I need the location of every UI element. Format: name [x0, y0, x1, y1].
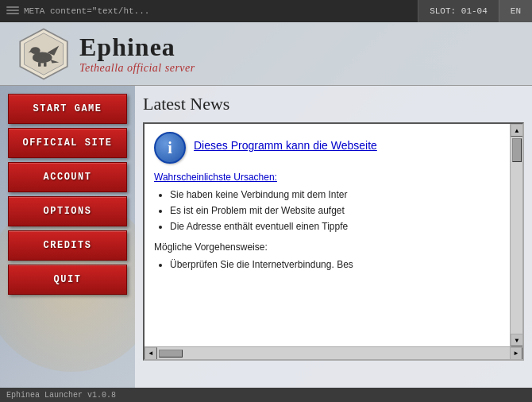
- quit-button[interactable]: QUIT: [8, 265, 127, 295]
- h-scroll-thumb[interactable]: [159, 350, 183, 358]
- logo-hex-icon: [16, 26, 71, 82]
- account-button[interactable]: ACCOUNT: [8, 162, 127, 192]
- ursachen-list: Sie haben keine Verbindung mit dem Inter…: [154, 187, 505, 234]
- status-text: Ephinea Launcher v1.0.8: [6, 391, 116, 400]
- svg-rect-8: [44, 62, 47, 66]
- horizontal-scrollbar[interactable]: ◄ ►: [145, 346, 522, 359]
- content-area: Latest News i Dieses Programm kann die W…: [135, 86, 532, 388]
- ursachen-item-3: Die Adresse enthält eventuell einen Tipp…: [170, 219, 505, 234]
- top-bar: META content="text/ht... SLOT: 01-04 EN: [0, 0, 532, 22]
- logo-name: Ephinea: [79, 33, 195, 62]
- news-text-body: Wahrscheinlichste Ursachen: Sie haben ke…: [154, 170, 505, 272]
- scroll-thumb[interactable]: [512, 138, 522, 162]
- ursachen-item-2: Es ist ein Problem mit der Website aufge…: [170, 203, 505, 218]
- window-icon: [6, 6, 19, 16]
- ursachen-item-1: Sie haben keine Verbindung mit dem Inter: [170, 187, 505, 202]
- vorgehensweise-header: Mögliche Vorgehensweise:: [154, 240, 505, 254]
- ursachen-header: Wahrscheinlichste Ursachen:: [154, 172, 277, 183]
- vertical-scrollbar[interactable]: ▲ ▼: [510, 124, 522, 346]
- top-bar-right: SLOT: 01-04 EN: [418, 0, 532, 22]
- vorgehensweise-item-1: Überprüfen Sie die Internetverbindung. B…: [170, 257, 505, 272]
- scroll-right-button[interactable]: ►: [510, 347, 522, 360]
- slot-label[interactable]: SLOT: 01-04: [418, 0, 499, 22]
- svg-point-3: [30, 47, 40, 54]
- news-content: i Dieses Programm kann die Webseite Wahr…: [145, 124, 522, 346]
- main-area: Ephinea Tethealla official server START …: [0, 22, 532, 388]
- browser-main-title: Dieses Programm kann die Webseite: [194, 138, 377, 154]
- top-bar-left: META content="text/ht...: [0, 6, 149, 16]
- status-bar: Ephinea Launcher v1.0.8: [0, 388, 532, 402]
- browser-header: i Dieses Programm kann die Webseite: [154, 132, 505, 164]
- scroll-down-button[interactable]: ▼: [511, 334, 522, 346]
- official-site-button[interactable]: OFFICIAL SITE: [8, 128, 127, 158]
- info-icon: i: [154, 132, 186, 164]
- vorgehensweise-list: Überprüfen Sie die Internetverbindung. B…: [154, 257, 505, 272]
- options-button[interactable]: OPTIONS: [8, 196, 127, 226]
- news-browser: i Dieses Programm kann die Webseite Wahr…: [143, 122, 524, 361]
- logo-subtitle: Tethealla official server: [79, 62, 195, 75]
- logo-text-block: Ephinea Tethealla official server: [79, 33, 195, 75]
- header: Ephinea Tethealla official server: [0, 22, 532, 86]
- content-title: Latest News: [143, 94, 524, 114]
- scroll-left-button[interactable]: ◄: [145, 347, 157, 360]
- lang-label[interactable]: EN: [499, 0, 532, 22]
- start-game-button[interactable]: START GAME: [8, 94, 127, 124]
- nav-sidebar: START GAME OFFICIAL SITE ACCOUNT OPTIONS…: [0, 86, 135, 295]
- scroll-up-button[interactable]: ▲: [511, 124, 522, 137]
- top-bar-title: META content="text/ht...: [24, 6, 149, 16]
- credits-button[interactable]: CREDITS: [8, 230, 127, 261]
- svg-rect-7: [38, 62, 41, 66]
